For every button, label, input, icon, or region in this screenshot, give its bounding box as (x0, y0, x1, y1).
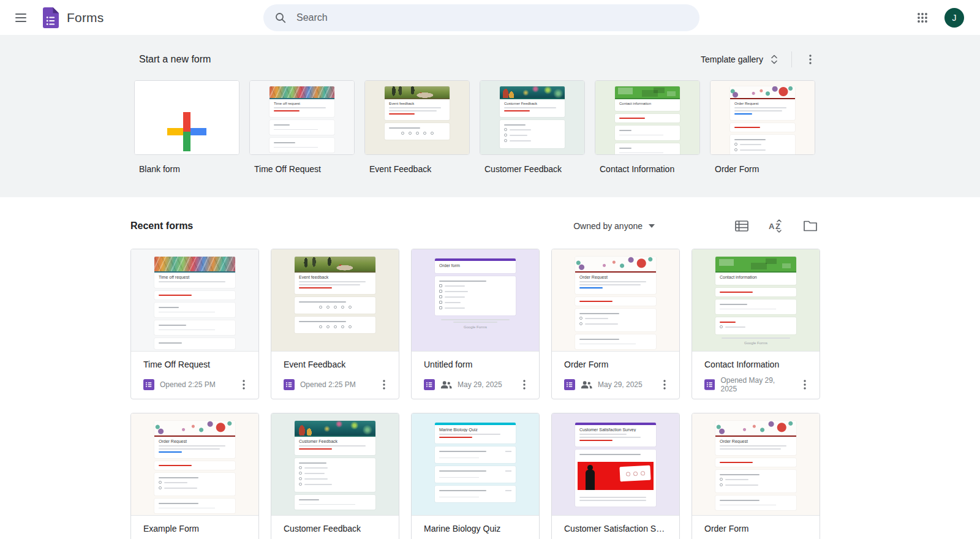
card-menu-button[interactable] (235, 376, 252, 393)
thumb-radio-row (299, 477, 371, 480)
thumb-page: Event feedback (385, 86, 450, 140)
thumb-radio-row (159, 486, 231, 489)
search-input[interactable] (295, 12, 688, 24)
thumb-header-card: Order Request (575, 257, 656, 294)
svg-text:Z: Z (775, 222, 780, 231)
template-order-form[interactable]: Order Request (710, 80, 815, 155)
thumb-line (734, 127, 760, 128)
template-event-feedback[interactable]: Event feedback (364, 80, 470, 155)
card-meta: Opened May 29, 2025 (704, 376, 815, 393)
card-footer: Order Form May 29, 2025 (552, 352, 679, 393)
thumb-banner (270, 86, 334, 98)
thumb-points (505, 451, 511, 452)
recent-form-card[interactable]: Customer Feedback (271, 413, 399, 539)
thumb-title: Contact information (619, 102, 676, 105)
recent-form-card[interactable]: Event feedback (271, 249, 399, 399)
sort-button[interactable]: A Z (767, 217, 785, 235)
thumb-radio-row (734, 143, 791, 146)
thumb-title: Customer Satisfaction Survey (579, 428, 652, 432)
thumb-question-card (435, 276, 516, 315)
thumb-line (299, 445, 366, 447)
thumb-checkbox-row (439, 306, 511, 309)
thumb-required-card (615, 114, 680, 123)
templates-overflow-menu-button[interactable] (802, 51, 819, 68)
search-icon (274, 12, 287, 24)
thumb-question-card (715, 470, 796, 492)
template-label: Order Form (715, 164, 815, 174)
thumb-question-card (154, 303, 235, 317)
thumb-header-card: Marine Biology Quiz (435, 423, 516, 443)
form-thumbnail: Time off request (250, 81, 354, 155)
last-opened-text: May 29, 2025 (458, 380, 502, 389)
thumb-radio-row (504, 134, 560, 137)
thumb-line (453, 322, 498, 323)
unfold-more-icon (771, 54, 778, 65)
thumb-link-line (579, 287, 603, 288)
thumb-line (734, 139, 766, 140)
thumb-required-card (154, 291, 235, 300)
thumb-line (579, 301, 612, 302)
form-title: Example Form (143, 524, 254, 533)
thumb-radio-row (299, 466, 371, 469)
main-menu-button[interactable] (13, 10, 28, 25)
thumb-question-card (715, 496, 796, 510)
thumb-line (439, 434, 500, 435)
thumb-points (505, 490, 511, 491)
thumb-question-card (435, 486, 516, 502)
thumb-banner (295, 257, 375, 271)
card-menu-button[interactable] (797, 376, 813, 393)
account-avatar[interactable]: J (944, 8, 964, 28)
template-contact-information[interactable]: Contact information (595, 80, 700, 155)
owned-by-filter[interactable]: Owned by anyone (573, 221, 655, 231)
recent-form-card[interactable]: Contact information Google Forms (692, 249, 820, 399)
forms-file-icon (143, 379, 154, 390)
recent-controls: Owned by anyone A Z (573, 217, 819, 235)
form-thumbnail: Customer Feedback (271, 413, 399, 516)
card-menu-button[interactable] (516, 376, 533, 393)
thumb-line (720, 322, 736, 323)
thumb-points (505, 470, 511, 472)
thumb-header-card: Order Request (154, 421, 235, 458)
thumb-line (720, 505, 776, 505)
thumb-line (504, 107, 556, 108)
recent-form-card[interactable]: Marine Biology Quiz (411, 413, 540, 539)
app-title[interactable]: Forms (67, 10, 104, 25)
template-gallery-label: Template gallery (701, 55, 763, 64)
template-controls: Template gallery (697, 51, 819, 68)
template-customer-feedback[interactable]: Customer Feedback (480, 80, 585, 155)
kebab-icon (243, 380, 245, 390)
avatar-initial: J (952, 13, 957, 23)
recent-form-card[interactable]: Order Request (692, 413, 820, 539)
recent-form-card[interactable]: Order form Google Forms (411, 249, 540, 399)
thumb-line (159, 508, 215, 508)
list-view-button[interactable] (733, 217, 750, 235)
recent-form-card[interactable]: Time off request (130, 249, 259, 399)
thumb-required-card (730, 123, 795, 132)
last-opened-text: Opened 2:25 PM (160, 380, 216, 389)
google-apps-button[interactable] (914, 9, 931, 26)
thumb-header-card: Customer Feedback (500, 86, 565, 117)
blank-form-thumbnail (135, 81, 239, 155)
thumb-banner (385, 86, 450, 98)
thumb-line (159, 503, 198, 504)
thumb-line (734, 110, 782, 111)
thumb-radio-row (299, 472, 371, 475)
form-title: Marine Biology Quiz (424, 524, 534, 533)
list-view-icon (735, 221, 748, 232)
open-file-picker-button[interactable] (802, 217, 819, 235)
thumb-question-card (295, 297, 375, 314)
recent-form-card[interactable]: Order Request (130, 413, 259, 539)
thumb-line (274, 142, 295, 143)
card-menu-button[interactable] (656, 376, 673, 393)
thumb-line (299, 448, 332, 450)
recent-form-card[interactable]: Customer Satisfaction Survey (551, 413, 680, 539)
thumb-title: Event feedback (389, 102, 445, 105)
template-time-off-request[interactable]: Time off request (249, 80, 355, 155)
template-gallery-button[interactable]: Template gallery (697, 51, 782, 67)
card-menu-button[interactable] (375, 376, 393, 393)
recent-form-card[interactable]: Order Request (551, 249, 680, 399)
thumb-checkbox-row (439, 290, 511, 293)
thumb-line (720, 445, 786, 447)
kebab-icon (663, 380, 666, 390)
template-blank-form[interactable] (134, 80, 239, 155)
